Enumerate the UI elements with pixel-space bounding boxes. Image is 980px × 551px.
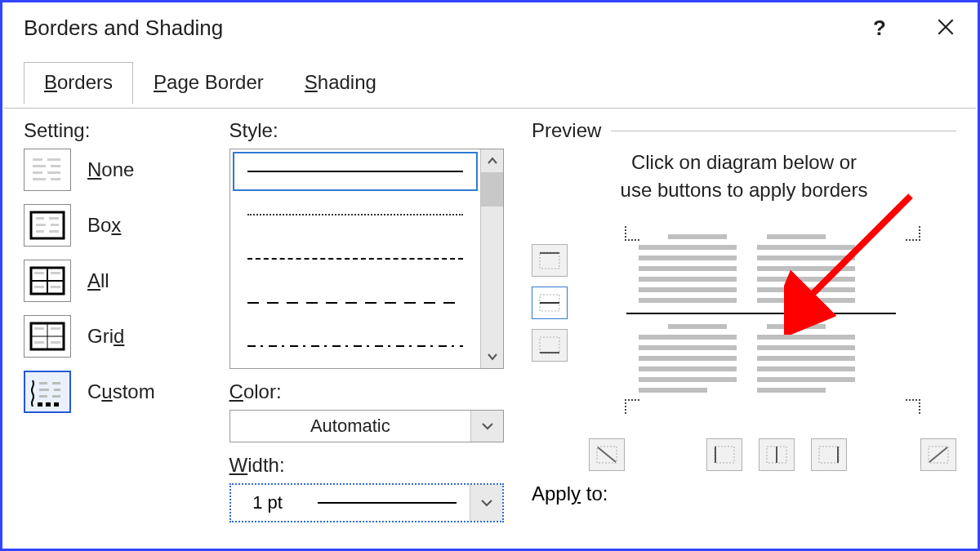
border-diag-up-button[interactable] (920, 438, 956, 471)
border-hmid-icon (538, 293, 561, 313)
svg-rect-33 (39, 395, 47, 398)
all-icon (29, 266, 65, 295)
color-combo[interactable]: Automatic (229, 410, 504, 442)
close-button[interactable] (935, 16, 956, 41)
width-combo-arrow[interactable] (470, 485, 502, 521)
svg-rect-38 (540, 252, 559, 269)
svg-rect-36 (46, 402, 51, 407)
svg-rect-20 (34, 286, 44, 288)
svg-rect-1 (47, 158, 60, 161)
svg-rect-27 (34, 341, 44, 344)
setting-custom[interactable]: Custom (24, 371, 210, 413)
scroll-thumb[interactable] (481, 172, 503, 207)
svg-rect-12 (51, 224, 59, 226)
svg-rect-50 (819, 447, 839, 463)
border-left-button[interactable] (706, 438, 742, 471)
tab-borders[interactable]: Borders (24, 62, 133, 104)
preview-hint: Click on diagram below oruse buttons to … (532, 149, 956, 203)
border-right-button[interactable] (811, 438, 847, 471)
svg-rect-26 (51, 327, 60, 330)
style-option-dashed[interactable] (230, 237, 480, 281)
close-icon (935, 16, 956, 38)
svg-rect-4 (33, 171, 42, 174)
setting-box[interactable]: Box (24, 204, 210, 247)
setting-all[interactable]: All (24, 260, 210, 302)
style-scrollbar[interactable] (480, 149, 503, 368)
tab-row: Borders Page Border Shading (24, 62, 976, 104)
svg-rect-19 (51, 272, 60, 274)
width-label: Width: (229, 454, 504, 477)
style-column: Style: (229, 119, 504, 522)
svg-rect-28 (51, 341, 60, 344)
svg-line-45 (598, 447, 616, 462)
svg-rect-35 (38, 402, 42, 407)
style-option-dashdot[interactable] (230, 324, 480, 368)
svg-rect-18 (34, 272, 44, 274)
width-sample-line (318, 502, 457, 504)
svg-rect-9 (36, 217, 44, 220)
border-bottom-button[interactable] (532, 329, 568, 362)
svg-rect-25 (34, 327, 44, 330)
setting-column: Setting: None (24, 119, 210, 522)
grid-icon (29, 322, 65, 351)
scroll-down-button[interactable] (481, 345, 503, 368)
dialog-title: Borders and Shading (24, 16, 223, 41)
svg-rect-13 (36, 230, 44, 233)
color-combo-arrow[interactable] (470, 411, 503, 442)
border-right-icon (817, 445, 840, 464)
width-combo[interactable]: 1 pt (229, 483, 504, 522)
border-left-icon (713, 445, 736, 464)
svg-rect-6 (33, 178, 46, 180)
setting-none[interactable]: None (24, 149, 210, 191)
border-vmid-icon (765, 445, 788, 464)
tab-page-border[interactable]: Page Border (133, 62, 284, 104)
style-option-solid[interactable] (230, 149, 480, 193)
none-icon (29, 155, 65, 184)
style-label: Style: (229, 119, 504, 142)
svg-rect-29 (39, 382, 47, 384)
setting-grid[interactable]: Grid (24, 315, 210, 358)
style-option-dashed-wide[interactable] (230, 281, 480, 325)
svg-rect-11 (36, 224, 46, 226)
preview-bottom-buttons (589, 438, 956, 471)
diag-down-icon (595, 445, 618, 464)
svg-line-53 (929, 447, 947, 462)
svg-rect-34 (52, 395, 60, 398)
svg-rect-42 (540, 337, 559, 353)
svg-rect-32 (54, 389, 60, 391)
width-value: 1 pt (231, 492, 305, 513)
svg-rect-14 (49, 230, 59, 233)
style-listbox[interactable] (229, 149, 504, 369)
preview-divider (611, 131, 956, 131)
box-icon (29, 211, 65, 240)
scroll-up-button[interactable] (481, 149, 503, 172)
svg-rect-30 (52, 382, 60, 384)
diag-up-icon (927, 445, 950, 464)
chevron-down-icon (481, 499, 492, 507)
preview-column: Preview Click on diagram below oruse but… (523, 119, 956, 522)
preview-side-buttons (532, 244, 568, 424)
dialog-titlebar: Borders and Shading ? (4, 4, 976, 46)
preview-label: Preview (532, 119, 601, 142)
border-hmid-button[interactable] (532, 287, 568, 319)
svg-rect-2 (33, 165, 46, 167)
help-button[interactable]: ? (873, 16, 886, 41)
svg-rect-37 (54, 402, 59, 407)
border-top-icon (538, 251, 561, 270)
border-bottom-icon (538, 335, 561, 355)
tab-shading[interactable]: Shading (284, 62, 397, 104)
style-option-dotted-fine[interactable] (230, 193, 480, 238)
setting-label: Setting: (24, 119, 210, 142)
preview-diagram[interactable] (602, 228, 896, 424)
border-vmid-button[interactable] (759, 438, 795, 471)
border-top-button[interactable] (532, 244, 568, 277)
border-diag-down-button[interactable] (589, 438, 625, 471)
chevron-up-icon (488, 157, 497, 165)
chevron-down-icon (482, 422, 493, 430)
chevron-down-icon (488, 353, 497, 361)
color-value: Automatic (230, 415, 470, 437)
svg-rect-46 (715, 447, 734, 463)
svg-rect-10 (49, 217, 59, 220)
apply-to-label: Apply to: (532, 482, 956, 505)
svg-rect-3 (51, 165, 60, 167)
